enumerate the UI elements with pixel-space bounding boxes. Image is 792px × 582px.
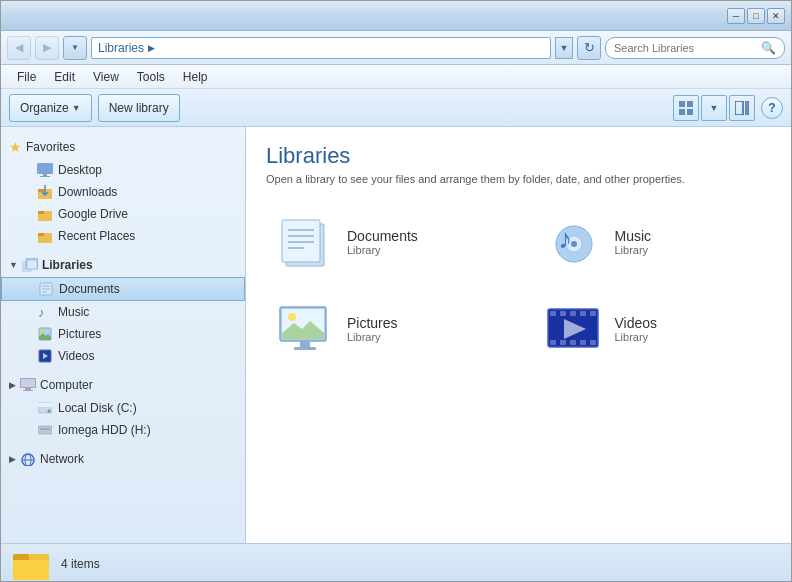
downloads-label: Downloads xyxy=(58,185,117,199)
sidebar-libraries-header[interactable]: ▼ Libraries xyxy=(1,253,245,277)
minimize-button[interactable]: ─ xyxy=(727,8,745,24)
desktop-icon xyxy=(37,162,53,178)
search-box[interactable]: 🔍 xyxy=(605,37,785,59)
sidebar-item-iomega[interactable]: Iomega HDD (H:) xyxy=(1,419,245,441)
sidebar-item-lib-music[interactable]: ♪ Music xyxy=(1,301,245,323)
view-mode-dropdown[interactable]: ▼ xyxy=(701,95,727,121)
svg-rect-61 xyxy=(550,340,556,345)
view-toggle-button[interactable] xyxy=(673,95,699,121)
sidebar-network-header[interactable]: ▶ Network xyxy=(1,447,245,471)
network-chevron: ▶ xyxy=(9,454,16,464)
new-library-label: New library xyxy=(109,101,169,115)
sidebar-item-lib-pictures[interactable]: Pictures xyxy=(1,323,245,345)
googledrive-label: Google Drive xyxy=(58,207,128,221)
library-item-pictures[interactable]: Pictures Library xyxy=(266,292,504,365)
documents-library-info: Documents Library xyxy=(347,228,418,256)
lib-documents-icon xyxy=(38,281,54,297)
library-item-documents[interactable]: Documents Library xyxy=(266,205,504,278)
svg-text:♪: ♪ xyxy=(38,305,45,319)
desktop-label: Desktop xyxy=(58,163,102,177)
library-item-music[interactable]: ♪ Music Library xyxy=(534,205,772,278)
computer-icon xyxy=(20,377,36,393)
content-title: Libraries xyxy=(266,143,771,169)
localdisk-label: Local Disk (C:) xyxy=(58,401,137,415)
music-library-type: Library xyxy=(615,244,652,256)
menu-file[interactable]: File xyxy=(9,68,44,86)
svg-rect-29 xyxy=(25,388,31,390)
refresh-button[interactable]: ↻ xyxy=(577,36,601,60)
videos-library-icon xyxy=(544,303,602,355)
svg-point-33 xyxy=(48,410,51,413)
computer-label: Computer xyxy=(40,378,93,392)
svg-rect-6 xyxy=(37,163,53,174)
libraries-chevron: ▼ xyxy=(9,260,18,270)
sidebar-favorites-header[interactable]: ★ Favorites xyxy=(1,135,245,159)
view-toggle-icon xyxy=(679,101,693,115)
music-library-info: Music Library xyxy=(615,228,652,256)
sidebar-item-googledrive[interactable]: Google Drive xyxy=(1,203,245,225)
organize-label: Organize xyxy=(20,101,69,115)
sidebar-item-recentplaces[interactable]: Recent Places xyxy=(1,225,245,247)
documents-library-icon xyxy=(276,216,334,268)
address-path[interactable]: Libraries ▶ xyxy=(91,37,551,59)
status-folder-icon xyxy=(13,546,49,582)
library-grid: Documents Library ♪ Mus xyxy=(266,205,771,365)
search-input[interactable] xyxy=(614,42,757,54)
sidebar-item-localdisk[interactable]: Local Disk (C:) xyxy=(1,397,245,419)
sidebar-item-desktop[interactable]: Desktop xyxy=(1,159,245,181)
back-button[interactable]: ◀ xyxy=(7,36,31,60)
svg-rect-7 xyxy=(43,174,47,176)
maximize-button[interactable]: □ xyxy=(747,8,765,24)
new-library-button[interactable]: New library xyxy=(98,94,180,122)
menu-tools[interactable]: Tools xyxy=(129,68,173,86)
sidebar: ★ Favorites Desktop Downloads Google Dri… xyxy=(1,127,246,543)
status-bar: 4 items xyxy=(1,543,791,582)
documents-icon-wrap xyxy=(275,214,335,269)
downloads-icon xyxy=(37,184,53,200)
sidebar-item-downloads[interactable]: Downloads xyxy=(1,181,245,203)
toolbar: Organize ▼ New library ▼ ? xyxy=(1,89,791,127)
svg-rect-58 xyxy=(570,311,576,316)
preview-pane-button[interactable] xyxy=(729,95,755,121)
sidebar-item-lib-documents[interactable]: Documents xyxy=(1,277,245,301)
svg-rect-54 xyxy=(294,347,316,350)
menu-help[interactable]: Help xyxy=(175,68,216,86)
sidebar-item-lib-videos[interactable]: Videos xyxy=(1,345,245,367)
organize-button[interactable]: Organize ▼ xyxy=(9,94,92,122)
main-area: ★ Favorites Desktop Downloads Google Dri… xyxy=(1,127,791,543)
help-button[interactable]: ? xyxy=(761,97,783,119)
lib-videos-label: Videos xyxy=(58,349,94,363)
recent-locations-button[interactable]: ▼ xyxy=(63,36,87,60)
favorites-icon: ★ xyxy=(9,139,22,155)
googledrive-icon xyxy=(37,206,53,222)
svg-rect-3 xyxy=(687,109,693,115)
documents-library-type: Library xyxy=(347,244,418,256)
address-dropdown[interactable]: ▼ xyxy=(555,37,573,59)
close-button[interactable]: ✕ xyxy=(767,8,785,24)
sidebar-computer-header[interactable]: ▶ Computer xyxy=(1,373,245,397)
menu-view[interactable]: View xyxy=(85,68,127,86)
lib-music-label: Music xyxy=(58,305,89,319)
forward-button[interactable]: ▶ xyxy=(35,36,59,60)
preview-pane-icon xyxy=(735,101,749,115)
svg-rect-28 xyxy=(21,379,35,387)
music-icon-wrap: ♪ xyxy=(543,214,603,269)
menu-edit[interactable]: Edit xyxy=(46,68,83,86)
lib-documents-label: Documents xyxy=(59,282,120,296)
svg-rect-59 xyxy=(580,311,586,316)
content-pane: Libraries Open a library to see your fil… xyxy=(246,127,791,543)
svg-rect-0 xyxy=(679,101,685,107)
favorites-label: Favorites xyxy=(26,140,75,154)
pictures-library-icon xyxy=(276,303,334,355)
videos-library-info: Videos Library xyxy=(615,315,658,343)
pictures-library-info: Pictures Library xyxy=(347,315,398,343)
recentplaces-label: Recent Places xyxy=(58,229,135,243)
library-item-videos[interactable]: Videos Library xyxy=(534,292,772,365)
videos-icon-wrap xyxy=(543,301,603,356)
pictures-icon-wrap xyxy=(275,301,335,356)
libraries-icon xyxy=(22,257,38,273)
lib-videos-icon xyxy=(37,348,53,364)
svg-rect-64 xyxy=(580,340,586,345)
title-bar: ─ □ ✕ xyxy=(1,1,791,31)
svg-rect-4 xyxy=(735,101,743,115)
